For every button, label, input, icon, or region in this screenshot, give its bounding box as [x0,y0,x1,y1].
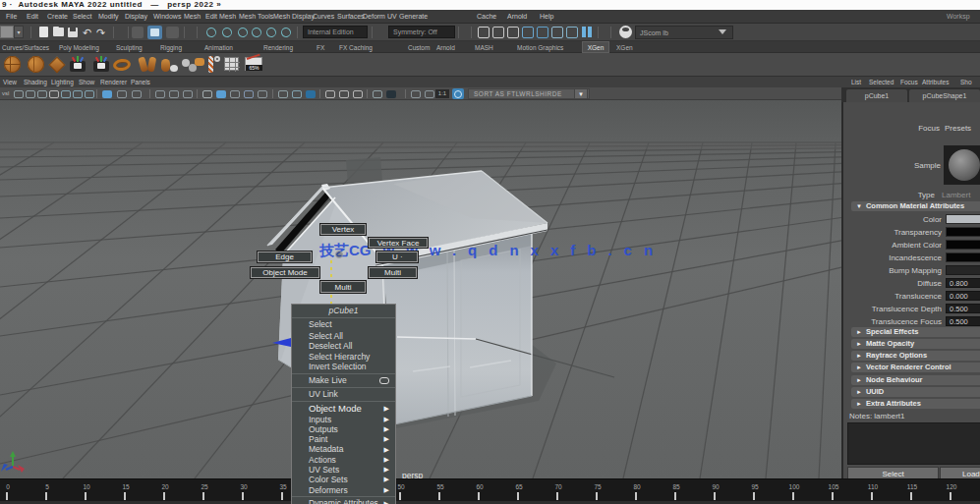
svg-text:persp: persp [402,471,424,478]
